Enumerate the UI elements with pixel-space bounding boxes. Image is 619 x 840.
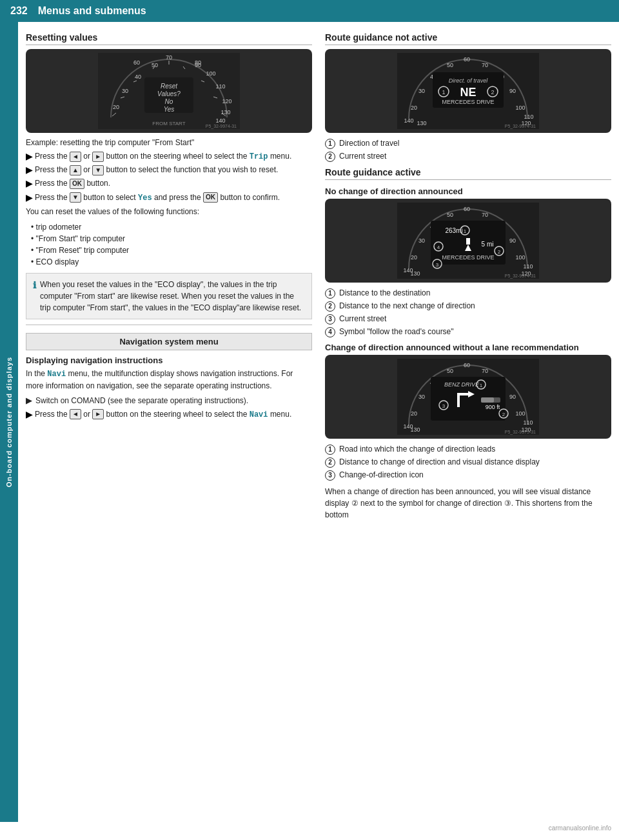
rna-item-2: 2 Current street <box>325 151 611 162</box>
header-bar: 232 Menus and submenus <box>0 0 619 22</box>
displaying-nav-para: In the Navi menu, the multifunction disp… <box>26 368 312 392</box>
resetting-values-title: Resetting values <box>26 32 312 45</box>
svg-text:Yes: Yes <box>164 106 175 113</box>
svg-text:130: 130 <box>221 109 230 115</box>
btn-right-1[interactable]: ► <box>92 152 104 162</box>
cd-num-1: 1 <box>325 445 335 455</box>
cd-num-3: 3 <box>325 470 335 481</box>
no-change-direction-title: No change of direction announced <box>325 186 611 196</box>
left-column: Resetting values <box>26 32 312 812</box>
switch-arrow: ▶ <box>26 395 32 406</box>
rna-num-2: 2 <box>325 152 335 162</box>
svg-text:90: 90 <box>509 88 516 94</box>
displaying-nav-title: Displaying navigation instructions <box>26 355 312 365</box>
svg-text:20: 20 <box>411 410 417 417</box>
info-box-text: When you reset the values in the "ECO di… <box>40 279 305 314</box>
cd-item-2: 2 Distance to change of direction and vi… <box>325 457 611 468</box>
btn-ok-2[interactable]: OK <box>203 192 218 203</box>
route-guidance-not-active-title: Route guidance not active <box>325 32 611 45</box>
change-direction-para: When a change of direction has been anno… <box>325 486 611 521</box>
btn-left-navi[interactable]: ◄ <box>70 409 81 419</box>
ncd-num-1: 1 <box>325 288 335 299</box>
ncd-num-2: 2 <box>325 301 335 312</box>
speedometer-1: 20 30 40 50 60 70 80 90 100 110 120 130 … <box>26 49 312 133</box>
cd-item-3: 3 Change-of-direction icon <box>325 470 611 481</box>
svg-rect-72 <box>466 238 470 245</box>
svg-text:60: 60 <box>464 362 470 368</box>
svg-text:Direct. of travel: Direct. of travel <box>449 77 489 84</box>
svg-text:2: 2 <box>491 89 494 95</box>
svg-text:MERCEDES DRIVE: MERCEDES DRIVE <box>442 99 494 105</box>
rna-item-1: 1 Direction of travel <box>325 138 611 149</box>
svg-text:900 ft: 900 ft <box>486 404 500 410</box>
btn-down-2[interactable]: ▼ <box>70 192 81 203</box>
btn-down-1[interactable]: ▼ <box>92 165 104 175</box>
ncd-item-3: 3 Current street <box>325 314 611 325</box>
svg-text:70: 70 <box>166 54 172 61</box>
svg-text:110: 110 <box>523 263 533 270</box>
inst1-mid: or <box>83 152 92 161</box>
ncd-item-2: 2 Distance to the next change of directi… <box>325 301 611 312</box>
inst2-before: Press the <box>35 165 68 174</box>
btn-up-1[interactable]: ▲ <box>70 165 81 175</box>
sidebar-strip: On-board computer and displays <box>0 22 18 822</box>
btn-ok-1[interactable]: OK <box>70 179 84 189</box>
instruction-4: ▶ Press the ▼ button to select Yes and p… <box>26 192 312 204</box>
svg-text:90: 90 <box>509 394 516 400</box>
svg-text:50: 50 <box>447 212 453 218</box>
switch-on-line: ▶ Switch on COMAND (see the separate ope… <box>26 395 312 406</box>
inst1-end: menu. <box>270 152 291 161</box>
svg-text:20: 20 <box>411 105 417 111</box>
navi-inst-mid: or <box>83 410 92 419</box>
svg-text:50: 50 <box>152 62 158 68</box>
svg-text:100: 100 <box>515 410 525 417</box>
route-guidance-active-title: Route guidance active <box>325 167 611 180</box>
rna-num-1: 1 <box>325 139 335 149</box>
inst3-before: Press the <box>35 179 68 188</box>
svg-text:110: 110 <box>215 83 225 90</box>
svg-text:120: 120 <box>222 98 231 105</box>
bullet-list: trip odometer "From Start" trip computer… <box>31 221 312 268</box>
change-direction-list: 1 Road into which the change of directio… <box>325 444 611 481</box>
ncd-num-4: 4 <box>325 327 335 337</box>
svg-text:70: 70 <box>482 212 488 218</box>
inst4-end: button to confirm. <box>220 193 280 202</box>
ncd-item-1: 1 Distance to the destination <box>325 288 611 299</box>
change-direction-title: Change of direction announced without a … <box>325 343 611 352</box>
instruction-3-text: Press the OK button. <box>35 178 110 189</box>
info-box: ℹ When you reset the values in the "ECO … <box>26 273 312 319</box>
svg-text:30: 30 <box>418 237 425 244</box>
svg-text:100: 100 <box>515 105 525 111</box>
inst3-after: button. <box>86 179 110 188</box>
divider-1 <box>26 325 312 325</box>
svg-text:Reset: Reset <box>161 83 178 90</box>
arrow-icon-1: ▶ <box>26 151 32 163</box>
svg-rect-104 <box>481 397 494 403</box>
speedometer-2: 20 30 40 50 60 70 80 90 100 110 120 130 … <box>325 49 611 133</box>
right-column: Route guidance not active 20 30 40 50 60… <box>325 32 611 812</box>
btn-left-1[interactable]: ◄ <box>70 152 81 162</box>
svg-text:3: 3 <box>436 262 439 268</box>
svg-text:4: 4 <box>437 245 440 250</box>
bullet-item-1: trip odometer <box>31 221 312 233</box>
svg-text:70: 70 <box>482 368 488 374</box>
ncd-num-3: 3 <box>325 314 335 325</box>
speedo-svg-4: 20 30 40 50 60 70 80 90 100 110 120 130 … <box>397 359 539 435</box>
svg-text:100: 100 <box>206 70 215 77</box>
speedometer-4: 20 30 40 50 60 70 80 90 100 110 120 130 … <box>325 355 611 439</box>
example-text: Example: resetting the trip computer "Fr… <box>26 138 312 147</box>
speedometer-3: 20 30 40 50 60 70 80 90 100 110 120 130 … <box>325 199 611 283</box>
instruction-navi-text: Press the ◄ or ► button on the steering … <box>35 409 291 421</box>
inst1-after: button on the steering wheel to select t… <box>106 152 250 161</box>
svg-text:100: 100 <box>515 254 525 261</box>
svg-text:30: 30 <box>122 88 128 94</box>
switch-on-text: Switch on COMAND (see the separate opera… <box>35 395 248 406</box>
svg-text:60: 60 <box>464 56 470 63</box>
btn-right-navi[interactable]: ► <box>92 409 104 419</box>
info-icon: ℹ <box>33 279 36 314</box>
arrow-icon-3: ▶ <box>26 178 32 190</box>
svg-text:1: 1 <box>442 89 445 95</box>
nav-sys-menu-box: Navigation system menu <box>26 333 312 350</box>
arrow-icon-4: ▶ <box>26 192 32 204</box>
svg-text:60: 60 <box>133 59 140 66</box>
